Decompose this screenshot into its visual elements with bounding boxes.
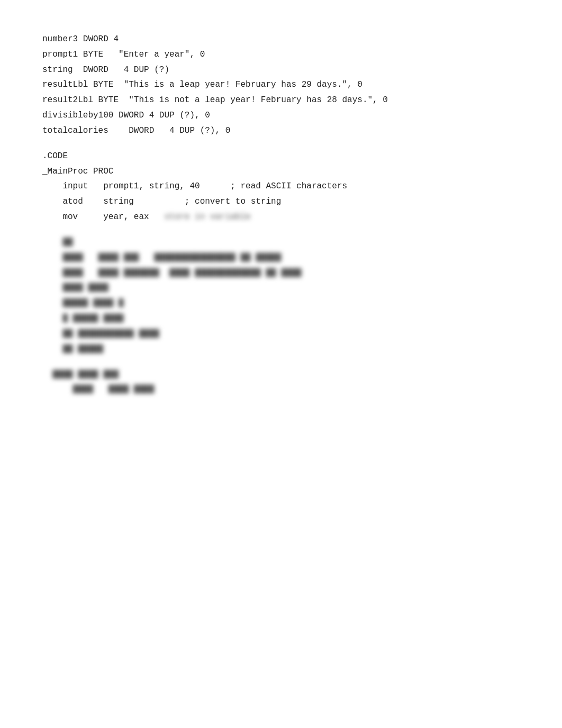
line-atod: atod string ; convert to string [42,194,520,210]
spacer-2 [42,225,520,235]
blurred-line-5: █████ ████ █ [42,296,520,311]
line-resultlbl: resultLbl BYTE "This is a leap year! Feb… [42,77,520,93]
code-editor: number3 DWORD 4 prompt1 BYTE "Enter a ye… [42,32,520,397]
line-mainproc: _MainProc PROC [42,164,520,179]
blurred-mov-comment: store in variable [149,212,251,222]
line-totalcalories: totalcalories DWORD 4 DUP (?), 0 [42,123,520,139]
blurred-line-7: ██ ███████████ ████ [42,326,520,342]
line-string: string DWORD 4 DUP (?) [42,62,520,78]
blurred-line-6: █ █████ ████ [42,311,520,326]
blurred-line-9: ████ ████ ███ [42,367,520,383]
line-divisibleby100: divisibleby100 DWORD 4 DUP (?), 0 [42,108,520,123]
blurred-line-2: ████ ████ ███ ████████████████ ██ █████ [42,250,520,266]
line-result2lbl: result2Lbl BYTE "This is not a leap year… [42,93,520,108]
blurred-line-4: ████ ████ [42,280,520,296]
spacer-1 [42,139,520,149]
blurred-line-8: ██ █████ [42,342,520,357]
line-prompt1: prompt1 BYTE "Enter a year", 0 [42,47,520,62]
spacer-3 [42,357,520,367]
line-code-directive: .CODE [42,149,520,164]
blurred-line-1: ██ [42,235,520,250]
line-input: input prompt1, string, 40 ; read ASCII c… [42,179,520,194]
blurred-line-10: ████ ████ ████ [42,382,520,397]
blurred-line-3: ████ ████ ███████ ████ █████████████ ██ … [42,266,520,281]
line-number3: number3 DWORD 4 [42,32,520,47]
line-mov: mov year, eax store in variable [42,210,520,225]
